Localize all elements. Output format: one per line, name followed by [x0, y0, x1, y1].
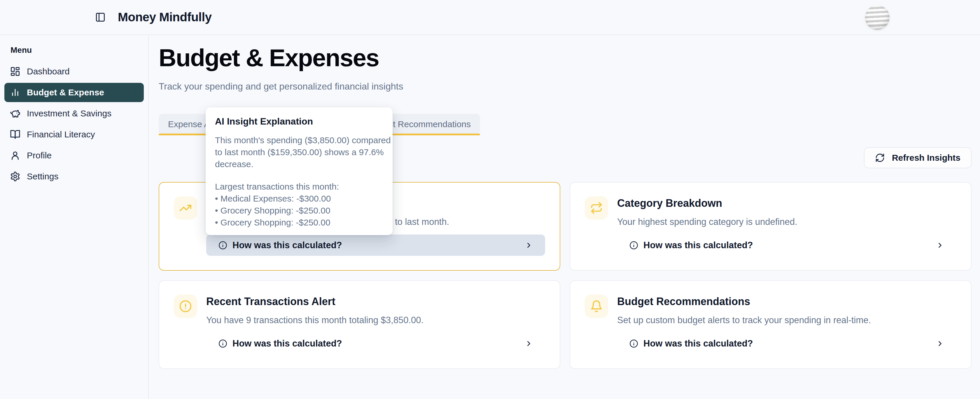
card-title: Budget Recommendations — [617, 296, 750, 308]
sidebar-item-investment-savings[interactable]: Investment & Savings — [5, 104, 144, 123]
sidebar-item-budget-expense[interactable]: Budget & Expense — [5, 83, 144, 102]
tooltip-body-line: Largest transactions this month: — [215, 181, 383, 192]
page-title: Budget & Expenses — [159, 45, 980, 71]
refresh-icon — [875, 153, 885, 163]
trending-up-icon — [174, 196, 197, 219]
how-calculated-row[interactable]: How was this calculated? — [206, 333, 545, 354]
card-subtitle: Your highest spending category is undefi… — [617, 216, 797, 228]
card-recent-transactions-alert: Recent Transactions Alert You have 9 tra… — [159, 280, 560, 369]
tooltip-body-line: decrease. — [215, 158, 383, 170]
refresh-insights-label: Refresh Insights — [892, 153, 961, 163]
tooltip-body-line: • Medical Expenses: -$300.00 — [215, 192, 383, 205]
book-open-icon — [10, 129, 21, 140]
info-icon — [629, 241, 638, 250]
tab-product-recommendations[interactable]: ct Recommendations — [388, 119, 471, 129]
sidebar-section-label: Menu — [11, 46, 148, 55]
sidebar-item-label: Budget & Expense — [27, 87, 104, 97]
how-calculated-label: How was this calculated? — [232, 339, 342, 349]
sidebar-item-label: Investment & Savings — [27, 108, 111, 118]
how-calculated-label: How was this calculated? — [232, 240, 342, 251]
card-title: Recent Transactions Alert — [206, 296, 336, 308]
alert-circle-icon — [174, 294, 197, 318]
sidebar-item-label: Settings — [27, 172, 58, 181]
how-calculated-label: How was this calculated? — [643, 240, 753, 251]
page-subtitle: Track your spending and get personalized… — [159, 81, 980, 92]
refresh-insights-button[interactable]: Refresh Insights — [864, 147, 972, 168]
tooltip-body-line: This month's spending ($3,850.00) compar… — [215, 134, 383, 146]
panel-left-icon — [95, 12, 106, 22]
card-category-breakdown: Category Breakdown Your highest spending… — [570, 182, 972, 271]
chevron-right-icon — [525, 340, 533, 348]
sidebar-toggle-button[interactable] — [94, 11, 107, 24]
info-icon — [629, 339, 638, 348]
card-subtitle-fragment: to last month. — [395, 216, 449, 228]
sidebar-item-dashboard[interactable]: Dashboard — [5, 62, 144, 81]
how-calculated-row[interactable]: How was this calculated? — [617, 235, 956, 256]
sidebar-item-label: Dashboard — [27, 67, 70, 76]
info-icon — [218, 241, 227, 250]
chevron-right-icon — [525, 241, 533, 250]
user-icon — [10, 150, 21, 161]
repeat-icon — [585, 196, 608, 219]
tooltip-body-line: to last month ($159,350.00) shows a 97.6… — [215, 146, 383, 158]
piggy-bank-icon — [10, 108, 21, 119]
ai-insight-tooltip: AI Insight Explanation This month's spen… — [205, 107, 393, 235]
card-title: Category Breakdown — [617, 197, 722, 210]
tab-expense-analysis[interactable]: Expense A — [168, 119, 210, 129]
tooltip-title: AI Insight Explanation — [215, 116, 383, 127]
how-calculated-row[interactable]: How was this calculated? — [206, 235, 545, 256]
tooltip-body-line: • Grocery Shopping: -$250.00 — [215, 205, 383, 216]
sidebar-item-label: Financial Literacy — [27, 129, 95, 140]
bell-icon — [585, 294, 608, 318]
how-calculated-row[interactable]: How was this calculated? — [617, 333, 956, 354]
tooltip-body-line: • Grocery Shopping: -$250.00 — [215, 216, 383, 228]
card-budget-recommendations: Budget Recommendations Set up custom bud… — [570, 280, 972, 369]
tooltip-body-line — [215, 170, 383, 181]
chevron-right-icon — [936, 241, 944, 250]
top-header: Money Mindfully — [0, 0, 980, 35]
bar-chart-icon — [10, 87, 21, 98]
user-avatar[interactable] — [865, 5, 889, 30]
dashboard-icon — [10, 66, 21, 77]
sidebar-item-financial-literacy[interactable]: Financial Literacy — [5, 125, 144, 144]
gear-icon — [10, 171, 21, 182]
sidebar-item-settings[interactable]: Settings — [5, 167, 144, 186]
card-subtitle: You have 9 transactions this month total… — [206, 315, 423, 326]
sidebar-item-label: Profile — [27, 151, 52, 161]
sidebar-item-profile[interactable]: Profile — [5, 146, 144, 165]
chevron-right-icon — [936, 340, 944, 348]
how-calculated-label: How was this calculated? — [643, 339, 753, 349]
sidebar: Menu Dashboard Budget & Expense Investme… — [0, 36, 149, 399]
info-icon — [218, 339, 227, 348]
app-title: Money Mindfully — [118, 10, 212, 24]
card-subtitle: Set up custom budget alerts to track you… — [617, 315, 871, 326]
sidebar-nav: Dashboard Budget & Expense Investment & … — [5, 62, 144, 186]
